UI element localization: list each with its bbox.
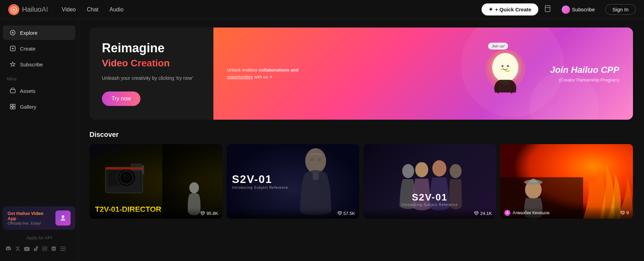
sidebar-assets-label: Assets (20, 88, 35, 94)
hero-banner: Unlock endless collaborations and opport… (213, 28, 633, 120)
svg-rect-5 (10, 104, 12, 106)
hero-description: Unleash your creativity by clicking 'try… (102, 74, 194, 82)
svg-rect-4 (10, 89, 15, 93)
linkedin-icon[interactable] (51, 246, 56, 252)
video-likes-1: 95.8K (200, 211, 218, 216)
video-overlay-2: 57.5K (226, 208, 359, 219)
api-apply-link[interactable]: Apply for API (0, 232, 78, 243)
youtube-icon[interactable] (24, 246, 30, 252)
s2v2-title: S2V-01 (402, 192, 458, 203)
sidebar-subscribe-label: Subscribe (20, 62, 43, 67)
create-icon (10, 45, 16, 52)
top-nav: HailuoAI Video Chat Audio ✦ + Quick Crea… (0, 0, 644, 19)
sidebar-item-explore[interactable]: Explore (3, 25, 75, 40)
main-content: Reimagine Video Creation Unleash your cr… (78, 19, 644, 261)
sidebar-item-create[interactable]: Create (3, 41, 75, 56)
svg-point-23 (508, 65, 509, 66)
svg-point-40 (432, 160, 446, 176)
sidebar: Explore Create Subscribe Mine Assets (0, 19, 78, 261)
svg-point-20 (502, 65, 504, 67)
s2v1-title: S2V-01 (232, 173, 272, 186)
join-us-text: Join us! (492, 44, 505, 48)
video-author-4: А Алмазбек Кенешов (504, 210, 549, 216)
sidebar-explore-label: Explore (20, 30, 38, 36)
mine-label: Mine (0, 72, 78, 83)
nav-chat[interactable]: Chat (87, 5, 98, 14)
s2v1-card-content: S2V-01 Introducing Subject Reference (226, 144, 359, 219)
group-silhouettes (363, 144, 496, 219)
s2v1-subtitle: Introducing Subject Reference (232, 186, 288, 189)
x-twitter-icon[interactable] (15, 246, 20, 252)
gallery-icon (10, 104, 16, 110)
svg-point-9 (62, 215, 64, 218)
video-likes-3: 24.1K (474, 211, 492, 216)
app-promo-text: Get Hailuo Video App Officially live. En… (8, 211, 52, 225)
video-grid: T2V-01-DIRECTOR 95.8K (89, 144, 633, 219)
svg-point-21 (507, 65, 509, 67)
svg-point-41 (450, 164, 462, 178)
hero-section: Reimagine Video Creation Unleash your cr… (89, 28, 633, 120)
video-likes-4: 9 (620, 210, 629, 215)
video-overlay-3: 24.1K (363, 208, 496, 219)
try-now-button[interactable]: Try now (102, 91, 140, 106)
logo-suffix: AI (42, 6, 48, 13)
svg-rect-6 (13, 104, 15, 106)
nav-links: Video Chat Audio (62, 5, 482, 14)
svg-point-11 (44, 248, 46, 250)
video-likes-2: 57.5K (337, 211, 355, 216)
video-card-t2v[interactable]: T2V-01-DIRECTOR 95.8K (89, 144, 222, 219)
tagline-end: with us (254, 74, 268, 79)
sidebar-create-label: Create (20, 46, 35, 52)
svg-point-38 (402, 164, 414, 178)
plus-icon: ✦ (488, 6, 493, 13)
menu-icon[interactable] (60, 246, 66, 252)
likes-count-2: 57.5K (344, 211, 355, 216)
nav-video[interactable]: Video (62, 5, 76, 14)
assets-icon (10, 88, 16, 94)
signin-button[interactable]: Sign In (605, 4, 636, 15)
subscribe-button[interactable]: Subscribe (557, 3, 600, 16)
video-card-s2v1[interactable]: S2V-01 Introducing Subject Reference 57.… (226, 144, 359, 219)
main-layout: Explore Create Subscribe Mine Assets (0, 19, 644, 261)
sidebar-item-assets[interactable]: Assets (3, 84, 75, 98)
svg-rect-10 (43, 247, 47, 251)
quick-create-button[interactable]: ✦ + Quick Create (482, 3, 538, 15)
banner-text-left: Unlock endless collaborations and opport… (227, 67, 467, 80)
logo-icon (8, 4, 19, 15)
nav-audio[interactable]: Audio (109, 5, 124, 14)
svg-point-12 (46, 247, 46, 248)
logo-name: Hailuo (22, 6, 42, 13)
author-avatar-4: А (504, 210, 510, 216)
discord-icon[interactable] (6, 246, 11, 253)
likes-count-3: 24.1K (480, 211, 492, 216)
social-links (0, 243, 78, 255)
quick-create-label: + Quick Create (495, 7, 531, 12)
app-promo-banner[interactable]: Get Hailuo Video App Officially live. En… (3, 206, 75, 230)
star-icon (10, 61, 16, 67)
video-overlay-4: А Алмазбек Кенешов 9 (500, 207, 633, 219)
bulb-svg (474, 43, 536, 105)
app-promo-title: Get Hailuo Video App (8, 211, 52, 221)
app-promo-subtitle: Officially live. Enjoy! (8, 221, 52, 225)
sidebar-item-gallery[interactable]: Gallery (3, 99, 75, 114)
bulb-illustration: Join us! (474, 43, 543, 105)
sidebar-item-subscribe[interactable]: Subscribe (3, 57, 75, 72)
t2v-card-content: T2V-01-DIRECTOR (89, 144, 222, 219)
discover-label: Discover (89, 131, 633, 139)
likes-count-4: 9 (626, 210, 629, 215)
tiktok-icon[interactable] (34, 246, 38, 252)
video-card-s2v2[interactable]: S2V-01 Introducing Subject Reference 24.… (363, 144, 496, 219)
svg-point-39 (415, 162, 428, 177)
svg-point-16 (492, 53, 518, 82)
nav-right: ✦ + Quick Create Subscribe Sign In (482, 3, 636, 16)
video-card-fire[interactable]: А Алмазбек Кенешов 9 (500, 144, 633, 219)
s2v2-title-container: S2V-01 Introducing Subject Reference (402, 192, 458, 207)
subscribe-label: Subscribe (572, 7, 595, 12)
instagram-icon[interactable] (42, 246, 47, 252)
tagline-line2: opportunities (227, 74, 253, 79)
svg-rect-8 (13, 107, 15, 109)
bookmark-icon[interactable] (544, 5, 551, 14)
app-promo-image (55, 210, 71, 226)
join-us-bubble: Join us! (488, 43, 508, 50)
logo[interactable]: HailuoAI (8, 4, 48, 15)
